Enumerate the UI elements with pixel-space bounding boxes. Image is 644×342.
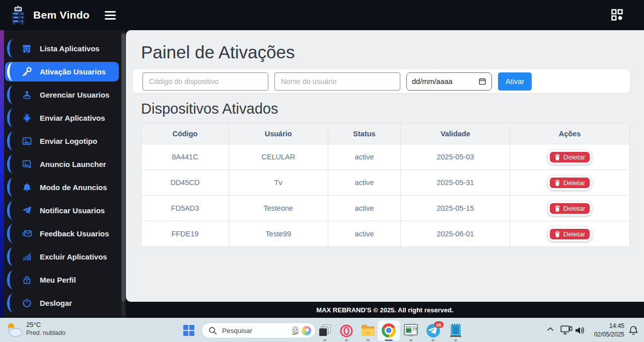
sidebar-item-label: Notificar Usuarios [40, 206, 105, 215]
delete-button-label: Deletar [563, 230, 586, 238]
sidebar: Lista Aplicativos Ativação Usuarios [0, 30, 126, 318]
sidebar-item-enviar-logotipo[interactable]: Enviar Logotipo [5, 131, 119, 151]
signal-slash-icon [21, 251, 32, 262]
clock-date: 02/05/2025 [583, 330, 624, 339]
trash-icon [554, 154, 560, 160]
activation-form: dd/mm/aaaa Ativar [133, 69, 630, 93]
page-title: Painel de Ativações [141, 42, 630, 62]
sidebar-item-meu-perfil[interactable]: Meu Perfil [5, 270, 119, 290]
cell-validade: 2025-05-31 [401, 170, 510, 196]
devices-table: Código Usuário Status Validade Ações 8A4… [141, 123, 630, 247]
sidebar-item-label: Excluir Aplicativos [40, 252, 107, 261]
weather-widget[interactable]: 25°C Pred. nublado [26, 321, 65, 337]
android-icon [21, 113, 32, 123]
trash-icon [554, 231, 560, 237]
delete-button[interactable]: Deletar [548, 227, 592, 241]
running-indicator [409, 339, 412, 341]
opera-gx-icon[interactable] [339, 324, 353, 338]
sidebar-scrollbar[interactable] [121, 32, 125, 316]
weather-icon[interactable] [5, 321, 24, 338]
cell-validade: 2025-05-15 [401, 196, 510, 221]
chrome-icon[interactable] [382, 323, 396, 337]
table-row: DD45CD Tv active 2025-05-31 [141, 170, 630, 196]
sidebar-item-enviar-aplicativos[interactable]: Enviar Aplicativos [5, 108, 119, 128]
delete-button-label: Deletar [563, 179, 586, 187]
taskbar: 25°C Pred. nublado Pesquisar [0, 318, 644, 342]
sidebar-nav: Lista Aplicativos Ativação Usuarios [5, 30, 119, 318]
user-name-input[interactable] [274, 72, 400, 91]
section-title: Dispositivos Ativados [141, 101, 630, 117]
bracket-accent [7, 294, 16, 312]
bell-icon [21, 182, 32, 193]
table-row: FFDE19 Teste99 active 2025-06-01 [141, 221, 630, 247]
sidebar-item-notificar-usuarios[interactable]: Notificar Usuarios [5, 201, 119, 220]
sidebar-item-excluir-aplicativos[interactable]: Excluir Aplicativos [5, 247, 119, 267]
system-monitor-icon[interactable] [404, 324, 418, 337]
tray-chevron-up-icon[interactable] [547, 327, 554, 331]
delete-button-label: Deletar [563, 153, 586, 161]
sidebar-item-lista-aplicativos[interactable]: Lista Aplicativos [5, 39, 119, 58]
notification-bell-icon[interactable]: z [628, 325, 639, 336]
sidebar-item-deslogar[interactable]: Deslogar [5, 293, 119, 313]
bracket-accent [7, 132, 16, 150]
sidebar-item-modo-de-anuncios[interactable]: Modo de Anuncios [5, 178, 119, 197]
mail-send-icon [21, 228, 32, 239]
power-icon [21, 298, 32, 308]
sidebar-item-label: Enviar Aplicativos [40, 114, 105, 122]
hamburger-menu-icon[interactable] [105, 11, 116, 20]
task-view-icon[interactable] [318, 324, 331, 337]
start-button[interactable] [183, 325, 194, 336]
trash-icon [554, 180, 560, 186]
date-input[interactable]: dd/mm/aaaa [406, 72, 492, 91]
taskbar-clock[interactable]: 14:45 02/05/2025 [583, 322, 624, 338]
delete-button[interactable]: Deletar [548, 150, 592, 164]
sidebar-item-anuncio-launcher[interactable]: Anuncio Launcher [5, 154, 119, 174]
robot-server-logo-icon [10, 6, 26, 25]
cell-usuario: Testeone [229, 196, 328, 221]
telegram-icon[interactable]: 28 [426, 323, 441, 338]
sidebar-item-label: Gerenciar Usuarios [40, 91, 109, 99]
qr-grid-icon[interactable] [611, 9, 623, 21]
sidebar-item-feedback-usuarios[interactable]: Feedback Usuarios [5, 224, 119, 243]
ativar-button[interactable]: Ativar [498, 72, 532, 91]
col-header-usuario: Usuário [229, 124, 328, 144]
col-header-acoes: Ações [510, 124, 630, 144]
sidebar-item-ativacao-usuarios[interactable]: Ativação Usuarios [5, 62, 119, 81]
device-code-input[interactable] [142, 72, 268, 91]
image-icon [21, 136, 32, 146]
running-indicator [432, 339, 435, 341]
cell-codigo: FD5AD3 [141, 196, 229, 221]
col-header-status: Status [328, 124, 401, 144]
taskbar-search[interactable]: Pesquisar [201, 322, 316, 338]
sidebar-scrollbar-thumb[interactable] [121, 34, 125, 301]
bracket-accent [7, 62, 16, 81]
clock-time: 14:45 [583, 322, 624, 330]
table-header-row: Código Usuário Status Validade Ações [141, 124, 630, 144]
bracket-accent [7, 86, 16, 104]
calendar-icon[interactable] [478, 77, 486, 86]
file-explorer-icon[interactable] [361, 324, 376, 337]
main-content: Painel de Ativações dd/mm/aaaa Ativar Di… [126, 30, 644, 302]
sidebar-item-gerenciar-usuarios[interactable]: Gerenciar Usuarios [5, 85, 119, 105]
running-indicator [345, 339, 348, 341]
weather-condition: Pred. nublado [26, 329, 65, 337]
cell-status: active [328, 221, 401, 247]
cell-usuario: CELULAR [229, 144, 328, 170]
network-icon[interactable] [560, 325, 573, 335]
delete-button[interactable]: Deletar [548, 176, 592, 190]
sidebar-item-label: Lista Aplicativos [40, 44, 100, 53]
search-placeholder: Pesquisar [222, 327, 290, 334]
cell-codigo: 8A441C [141, 144, 229, 170]
cell-codigo: FFDE19 [141, 221, 229, 247]
lock-icon [21, 275, 32, 285]
sidebar-item-label: Deslogar [40, 299, 72, 307]
notes-app-icon[interactable] [449, 323, 462, 337]
paper-plane-icon [21, 205, 32, 216]
delete-button[interactable]: Deletar [548, 201, 592, 216]
running-indicator [367, 339, 370, 341]
bracket-accent [7, 271, 16, 289]
sidebar-item-label: Enviar Logotipo [40, 137, 97, 145]
bracket-accent [7, 155, 16, 174]
search-icon [208, 326, 217, 335]
owl-image-icon [290, 325, 301, 336]
